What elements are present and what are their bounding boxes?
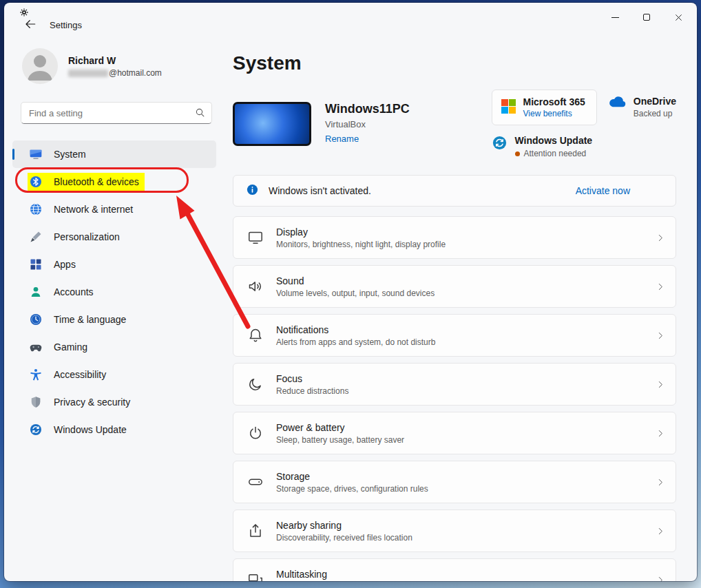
chevron-right-icon [656,575,666,582]
settings-gear-icon [19,8,29,17]
chevron-right-icon [656,428,666,439]
main-content: System Windows11PC VirtualBox Rename [224,36,697,581]
settings-nav: System Bluetooth & devices Network & int… [4,140,224,443]
sidebar-item-personalization[interactable]: Personalization [12,223,216,251]
email-redacted [68,70,108,77]
onedrive-card[interactable]: OneDrive Backed up [608,96,676,118]
chevron-right-icon [656,282,666,292]
maximize-button[interactable] [631,6,662,29]
sidebar-item-label: Bluetooth & devices [54,176,139,187]
row-storage[interactable]: StorageStorage space, drives, configurat… [233,461,676,503]
settings-window: Settings Richard W @hotmail.com [4,3,697,581]
titlebar: Settings [4,3,697,36]
view-benefits-link[interactable]: View benefits [523,109,585,118]
sidebar-item-label: Accessibility [54,369,106,380]
sidebar-item-label: Privacy & security [54,397,130,408]
row-display[interactable]: DisplayMonitors, brightness, night light… [233,216,676,259]
chevron-right-icon [656,233,666,243]
header-promos: Microsoft 365 View benefits OneDrive Bac… [492,90,677,158]
onedrive-status: Backed up [634,109,676,118]
share-icon [247,523,264,539]
chevron-right-icon [656,379,666,390]
window-controls [599,6,694,29]
sidebar-item-accessibility[interactable]: Accessibility [12,361,216,388]
user-name: Richard W [68,55,162,66]
row-notifications[interactable]: NotificationsAlerts from apps and system… [233,314,676,357]
device-name: Windows11PC [325,102,410,116]
sidebar-item-time-language[interactable]: Time & language [12,306,216,333]
sidebar-item-network-internet[interactable]: Network & internet [12,196,216,223]
sidebar-item-label: System [54,149,86,160]
activate-now-link[interactable]: Activate now [576,185,663,196]
controller-icon [29,340,43,354]
chevron-right-icon [656,477,666,487]
bluetooth-icon [29,175,43,189]
sidebar-item-label: Personalization [54,231,120,242]
multitask-icon [247,571,264,581]
person-icon [29,285,43,299]
device-info: Windows11PC VirtualBox Rename [233,102,410,146]
shield-icon [29,395,43,409]
back-button[interactable] [23,18,37,32]
monitor-icon [29,147,43,161]
search-icon [194,107,206,118]
sidebar-item-accounts[interactable]: Accounts [12,278,216,306]
accessibility-icon [29,368,43,381]
chevron-right-icon [656,330,666,341]
search-box [21,102,212,124]
windows-update-icon [492,135,508,158]
sidebar-item-apps[interactable]: Apps [12,251,216,278]
device-wallpaper-thumbnail [233,102,311,146]
page-title: System [233,52,676,74]
maximize-icon [643,14,650,21]
sidebar: Richard W @hotmail.com System [4,36,224,581]
minimize-icon [611,17,619,18]
sidebar-item-system[interactable]: System [12,140,216,168]
onedrive-cloud-icon [608,96,627,111]
account-card[interactable]: Richard W @hotmail.com [22,48,224,84]
activation-message: Windows isn't activated. [269,185,371,196]
microsoft365-card[interactable]: Microsoft 365 View benefits [492,90,597,125]
onedrive-title: OneDrive [634,96,676,107]
sidebar-item-label: Windows Update [54,424,127,435]
sidebar-item-bluetooth-devices[interactable]: Bluetooth & devices [12,168,216,196]
sidebar-item-label: Gaming [54,342,87,353]
brush-icon [29,230,43,244]
close-button[interactable] [662,6,694,29]
microsoft365-title: Microsoft 365 [523,96,585,107]
power-icon [247,425,264,441]
minimize-button[interactable] [599,6,631,29]
sidebar-item-label: Network & internet [54,204,133,215]
sidebar-item-gaming[interactable]: Gaming [12,333,216,361]
row-nearby-sharing[interactable]: Nearby sharingDiscoverability, received … [233,510,676,552]
avatar [22,48,58,84]
display-icon [247,229,264,246]
sidebar-item-label: Accounts [54,286,94,297]
speaker-icon [247,278,264,295]
windows-update-title: Windows Update [515,135,593,146]
row-multitasking[interactable]: MultitaskingSnap windows, desktops, task… [233,558,676,581]
user-email: @hotmail.com [68,68,162,78]
rename-link[interactable]: Rename [325,134,359,144]
device-model: VirtualBox [325,119,410,129]
desktop: { "titlebar": { "title": "Settings" }, "… [0,0,701,588]
row-sound[interactable]: SoundVolume levels, output, input, sound… [233,265,676,308]
drive-icon [247,474,264,490]
windows-update-card[interactable]: Windows Update Attention needed [492,135,597,158]
microsoft-logo-icon [501,99,516,116]
apps-grid-icon [29,258,43,271]
bell-icon [247,327,264,344]
update-icon [29,423,43,437]
yellow-highlight: Bluetooth & devices [28,173,145,191]
sidebar-item-privacy-security[interactable]: Privacy & security [12,388,216,416]
settings-rows: DisplayMonitors, brightness, night light… [233,216,676,581]
sidebar-item-label: Apps [54,259,76,270]
window-title: Settings [50,20,82,30]
info-icon [246,183,259,199]
sidebar-item-windows-update[interactable]: Windows Update [12,416,216,443]
system-header: Windows11PC VirtualBox Rename Microsoft … [233,90,676,158]
row-power-battery[interactable]: Power & batterySleep, battery usage, bat… [233,412,676,454]
row-focus[interactable]: FocusReduce distractions [233,363,676,406]
search-input[interactable] [21,102,212,124]
sidebar-item-label: Time & language [54,314,126,325]
